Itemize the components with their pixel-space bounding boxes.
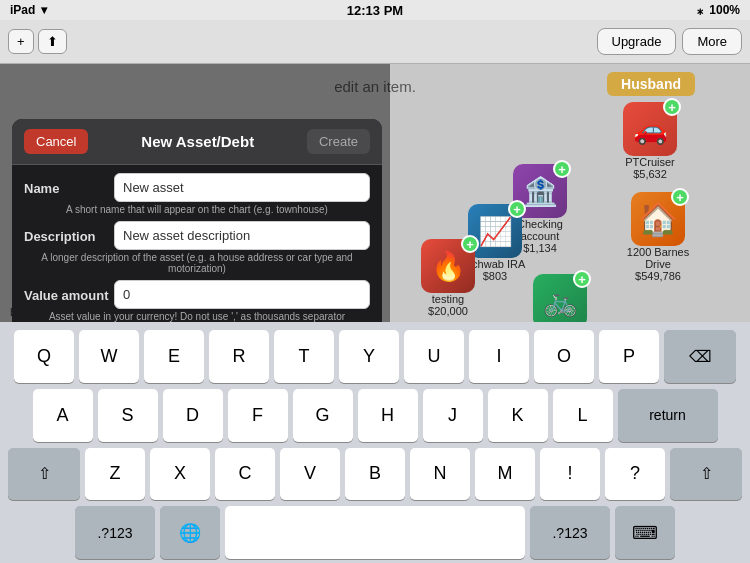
status-time: 12:13 PM bbox=[347, 3, 403, 18]
space-key[interactable] bbox=[225, 506, 525, 559]
asset-icon-bike: 🚲 + bbox=[533, 274, 587, 322]
key-w[interactable]: W bbox=[79, 330, 139, 383]
share-button[interactable]: ⬆ bbox=[38, 29, 67, 54]
more-button[interactable]: More bbox=[682, 28, 742, 55]
add-badge: + bbox=[663, 98, 681, 116]
value-hint: Asset value in your currency! Do not use… bbox=[24, 311, 370, 322]
toolbar-right: Upgrade More bbox=[597, 28, 743, 55]
status-bar: iPad ▾ 12:13 PM ⁎ 100% bbox=[0, 0, 750, 20]
key-t[interactable]: T bbox=[274, 330, 334, 383]
add-badge: + bbox=[508, 200, 526, 218]
bluetooth-icon: ⁎ bbox=[697, 3, 703, 17]
value-input[interactable] bbox=[114, 280, 370, 309]
number-switch-left-key[interactable]: .?123 bbox=[75, 506, 155, 559]
value-label: Value amount bbox=[24, 280, 114, 303]
asset-item-bike[interactable]: 🚲 + Specialized sport bike bbox=[520, 274, 600, 322]
key-e[interactable]: E bbox=[144, 330, 204, 383]
modal-header: Cancel New Asset/Debt Create bbox=[12, 119, 382, 165]
keyboard: Q W E R T Y U I O P ⌫ A S D F G H J K L … bbox=[0, 322, 750, 563]
upgrade-button[interactable]: Upgrade bbox=[597, 28, 677, 55]
key-m[interactable]: M bbox=[475, 448, 535, 501]
asset-amount-barnes: $549,786 bbox=[635, 270, 681, 282]
key-v[interactable]: V bbox=[280, 448, 340, 501]
asset-amount-testing: $20,000 bbox=[428, 305, 468, 317]
key-row-2: A S D F G H J K L return bbox=[4, 389, 746, 442]
asset-icon-testing: 🔥 + bbox=[421, 239, 475, 293]
key-c[interactable]: C bbox=[215, 448, 275, 501]
key-n[interactable]: N bbox=[410, 448, 470, 501]
main-area: edit an item. Husband 🚗 + PTCruiser $5,6… bbox=[0, 64, 750, 322]
key-k[interactable]: K bbox=[488, 389, 548, 442]
asset-item-barnes[interactable]: 🏠 + 1200 Barnes Drive $549,786 bbox=[618, 192, 698, 282]
name-input[interactable] bbox=[114, 173, 370, 202]
asset-item-testing[interactable]: 🔥 + testing $20,000 bbox=[408, 239, 488, 317]
value-field-col bbox=[114, 280, 370, 309]
modal-create-button[interactable]: Create bbox=[307, 129, 370, 154]
number-switch-right-key[interactable]: .?123 bbox=[530, 506, 610, 559]
globe-key[interactable]: 🌐 bbox=[160, 506, 220, 559]
toolbar: + ⬆ Upgrade More bbox=[0, 20, 750, 64]
add-badge: + bbox=[461, 235, 479, 253]
key-row-3: ⇧ Z X C V B N M ! ? ⇧ bbox=[4, 448, 746, 501]
status-right: ⁎ 100% bbox=[697, 3, 740, 17]
key-l[interactable]: L bbox=[553, 389, 613, 442]
key-g[interactable]: G bbox=[293, 389, 353, 442]
asset-amount-ptcruiser: $5,632 bbox=[633, 168, 667, 180]
name-hint: A short name that will appear on the cha… bbox=[24, 204, 370, 215]
name-row: Name bbox=[24, 173, 370, 202]
add-badge: + bbox=[573, 270, 591, 288]
status-left: iPad ▾ bbox=[10, 3, 47, 17]
keyboard-dismiss-key[interactable]: ⌨ bbox=[615, 506, 675, 559]
add-icon: + bbox=[17, 34, 25, 49]
name-label: Name bbox=[24, 173, 114, 196]
description-field-col bbox=[114, 221, 370, 250]
add-badge: + bbox=[671, 188, 689, 206]
add-button[interactable]: + bbox=[8, 29, 34, 54]
return-key[interactable]: return bbox=[618, 389, 718, 442]
asset-label-barnes: 1200 Barnes Drive bbox=[618, 246, 698, 270]
toolbar-left: + ⬆ bbox=[8, 29, 67, 54]
key-row-1: Q W E R T Y U I O P ⌫ bbox=[4, 330, 746, 383]
key-p[interactable]: P bbox=[599, 330, 659, 383]
asset-label-ptcruiser: PTCruiser bbox=[625, 156, 675, 168]
key-j[interactable]: J bbox=[423, 389, 483, 442]
battery-label: 100% bbox=[709, 3, 740, 17]
key-z[interactable]: Z bbox=[85, 448, 145, 501]
key-a[interactable]: A bbox=[33, 389, 93, 442]
shift-left-key[interactable]: ⇧ bbox=[8, 448, 80, 501]
husband-label: Husband bbox=[607, 72, 695, 96]
key-d[interactable]: D bbox=[163, 389, 223, 442]
asset-item-ptcruiser[interactable]: 🚗 + PTCruiser $5,632 bbox=[610, 102, 690, 180]
modal-body: Name A short name that will appear on th… bbox=[12, 165, 382, 322]
key-question[interactable]: ? bbox=[605, 448, 665, 501]
description-input[interactable] bbox=[114, 221, 370, 250]
name-field-col bbox=[114, 173, 370, 202]
backspace-key[interactable]: ⌫ bbox=[664, 330, 736, 383]
wifi-icon: ▾ bbox=[41, 3, 47, 17]
modal-cancel-button[interactable]: Cancel bbox=[24, 129, 88, 154]
key-o[interactable]: O bbox=[534, 330, 594, 383]
key-r[interactable]: R bbox=[209, 330, 269, 383]
key-y[interactable]: Y bbox=[339, 330, 399, 383]
modal-dialog: Cancel New Asset/Debt Create Name A shor… bbox=[12, 119, 382, 322]
key-i[interactable]: I bbox=[469, 330, 529, 383]
description-row: Description bbox=[24, 221, 370, 250]
key-h[interactable]: H bbox=[358, 389, 418, 442]
key-q[interactable]: Q bbox=[14, 330, 74, 383]
key-f[interactable]: F bbox=[228, 389, 288, 442]
key-x[interactable]: X bbox=[150, 448, 210, 501]
key-s[interactable]: S bbox=[98, 389, 158, 442]
ipad-label: iPad bbox=[10, 3, 35, 17]
asset-icon-barnes: 🏠 + bbox=[631, 192, 685, 246]
key-row-4: .?123 🌐 .?123 ⌨ bbox=[4, 506, 746, 559]
modal-title: New Asset/Debt bbox=[88, 133, 307, 150]
key-u[interactable]: U bbox=[404, 330, 464, 383]
key-exclaim[interactable]: ! bbox=[540, 448, 600, 501]
add-badge: + bbox=[553, 160, 571, 178]
key-b[interactable]: B bbox=[345, 448, 405, 501]
asset-icon-ptcruiser: 🚗 + bbox=[623, 102, 677, 156]
description-label: Description bbox=[24, 221, 114, 244]
share-icon: ⬆ bbox=[47, 34, 58, 49]
shift-right-key[interactable]: ⇧ bbox=[670, 448, 742, 501]
value-row: Value amount bbox=[24, 280, 370, 309]
